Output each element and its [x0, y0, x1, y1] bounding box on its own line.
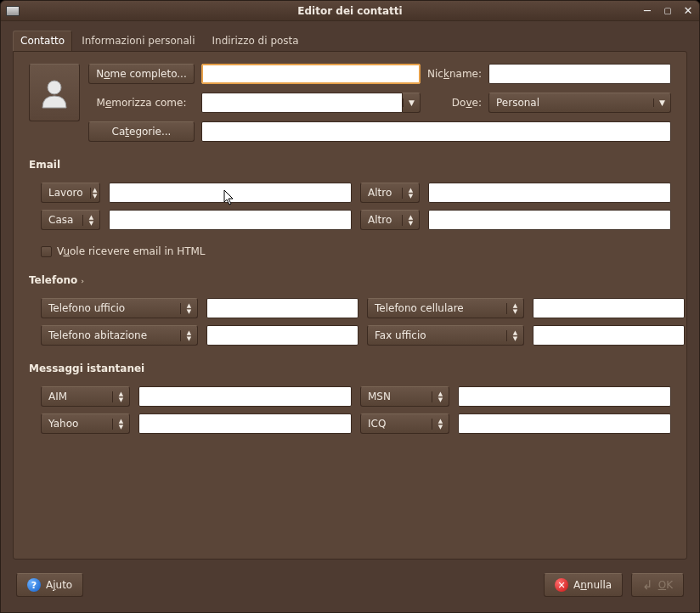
nickname-input[interactable] [488, 64, 671, 84]
email-input-4[interactable] [428, 210, 671, 230]
email-input-3[interactable] [109, 210, 352, 230]
tab-mail-address[interactable]: Indirizzo di posta [205, 31, 307, 52]
tab-bar: Contatto Informazioni personali Indirizz… [1, 21, 699, 51]
window-title: Editor dei contatti [1, 5, 699, 17]
phone-input-4[interactable] [533, 325, 685, 346]
where-label: Dove: [427, 97, 482, 109]
spinner-icon: ▲▼ [506, 303, 523, 314]
help-icon: ? [27, 578, 41, 592]
help-button[interactable]: ? Ajuto [16, 573, 83, 597]
person-icon [37, 76, 71, 110]
spinner-icon: ▲▼ [82, 215, 99, 226]
tab-personal-info[interactable]: Informazioni personali [74, 31, 202, 52]
im-type-1[interactable]: AIM▲▼ [41, 386, 130, 407]
email-type-2[interactable]: Altro▲▼ [360, 183, 420, 203]
tab-contact[interactable]: Contatto [13, 31, 72, 52]
chevron-right-icon: › [81, 277, 84, 285]
phone-type-4[interactable]: Fax ufficio▲▼ [367, 325, 524, 346]
full-name-button[interactable]: Nome completo... [88, 64, 195, 84]
cancel-icon: ✕ [555, 578, 568, 592]
nickname-label: Nickname: [427, 68, 482, 80]
spinner-icon: ▲▼ [180, 303, 197, 314]
spinner-icon: ▲▼ [112, 419, 129, 430]
window-icon [6, 6, 20, 16]
checkbox-box-icon [41, 246, 52, 257]
im-input-2[interactable] [458, 386, 671, 407]
window-controls: ─ ▢ ✕ [641, 5, 694, 17]
phone-type-2[interactable]: Telefono cellulare▲▼ [367, 298, 524, 318]
ok-icon: ↲ [642, 577, 653, 593]
phone-section-title[interactable]: Telefono› [29, 274, 671, 286]
full-name-input[interactable] [201, 64, 421, 84]
file-as-select[interactable]: ▼ [201, 93, 421, 113]
avatar-button[interactable] [29, 64, 80, 121]
spinner-icon: ▲▼ [402, 188, 419, 199]
email-input-2[interactable] [428, 183, 671, 203]
chevron-down-icon: ▼ [653, 98, 670, 107]
categories-input[interactable] [201, 121, 671, 142]
spinner-icon: ▲▼ [90, 188, 100, 199]
phone-input-1[interactable] [206, 298, 358, 318]
html-email-checkbox[interactable]: Vuole ricevere email in HTML [29, 245, 671, 257]
email-type-1[interactable]: Lavoro▲▼ [41, 183, 100, 203]
phone-input-2[interactable] [533, 298, 685, 318]
im-type-2[interactable]: MSN▲▼ [360, 386, 449, 407]
maximize-button[interactable]: ▢ [662, 5, 674, 17]
spinner-icon: ▲▼ [432, 391, 449, 402]
im-input-4[interactable] [458, 413, 671, 434]
spinner-icon: ▲▼ [402, 215, 419, 226]
file-as-label: Memorizza come: [88, 97, 195, 109]
chevron-down-icon: ▼ [403, 98, 420, 107]
email-section-title: Email [29, 159, 671, 171]
svg-point-0 [48, 81, 61, 94]
im-input-3[interactable] [138, 413, 352, 434]
titlebar: Editor dei contatti ─ ▢ ✕ [1, 1, 699, 21]
email-type-3[interactable]: Casa▲▼ [41, 210, 100, 230]
spinner-icon: ▲▼ [432, 419, 449, 430]
phone-type-3[interactable]: Telefono abitazione▲▼ [41, 325, 198, 346]
im-type-3[interactable]: Yahoo▲▼ [41, 413, 130, 434]
ok-button: ↲ OK [631, 573, 684, 597]
where-select[interactable]: Personal ▼ [488, 93, 671, 113]
spinner-icon: ▲▼ [112, 391, 129, 402]
email-input-1[interactable] [109, 183, 352, 203]
html-email-label: Vuole ricevere email in HTML [57, 245, 206, 257]
dialog-footer: ? Ajuto ✕ Annulla ↲ OK [1, 570, 699, 612]
im-input-1[interactable] [138, 386, 352, 407]
im-section-title: Messaggi istantanei [29, 363, 671, 374]
contact-editor-window: Editor dei contatti ─ ▢ ✕ Contatto Infor… [0, 0, 700, 613]
cancel-button[interactable]: ✕ Annulla [544, 573, 623, 597]
categories-button[interactable]: Categorie... [88, 121, 195, 142]
close-button[interactable]: ✕ [682, 5, 694, 17]
spinner-icon: ▲▼ [180, 330, 197, 341]
spinner-icon: ▲▼ [506, 330, 523, 341]
contact-panel: Nome completo... Nickname: Memorizza com… [13, 51, 687, 560]
email-type-4[interactable]: Altro▲▼ [360, 210, 420, 230]
phone-input-3[interactable] [206, 325, 358, 346]
minimize-button[interactable]: ─ [641, 5, 653, 17]
phone-type-1[interactable]: Telefono ufficio▲▼ [41, 298, 198, 318]
im-type-4[interactable]: ICQ▲▼ [360, 413, 449, 434]
